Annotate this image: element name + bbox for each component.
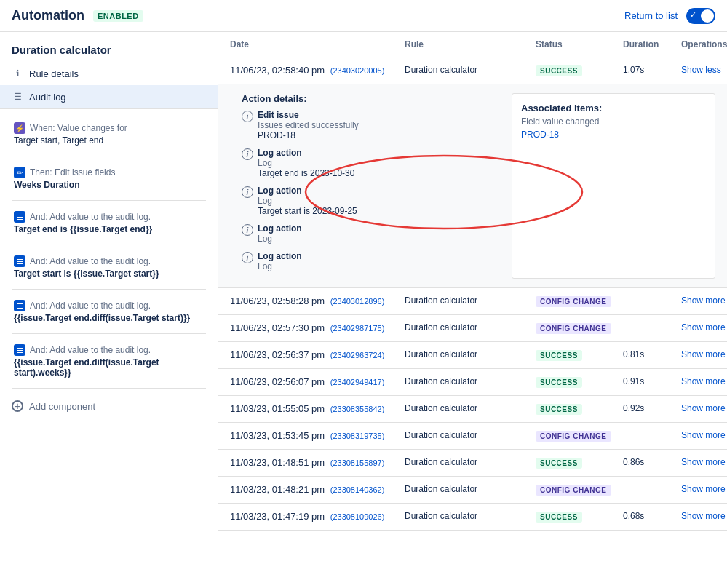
log-row-1-main[interactable]: 11/06/23, 02:58:28 pm (23403012896) Dura… [218, 288, 727, 314]
log-ops-6[interactable]: Show more [681, 430, 726, 440]
log-rule-3: Duration calculator [405, 349, 536, 359]
rule-action-label: Then: Edit issue fields [30, 167, 115, 178]
status-badge-7: SUCCESS [536, 458, 582, 469]
separator-2 [12, 200, 206, 201]
sidebar-header: Duration calculator [0, 32, 218, 62]
log-rule-2: Duration calculator [405, 322, 536, 333]
action-4-sub: Log [258, 261, 302, 271]
log-id-1: (23403012896) [330, 297, 385, 306]
sidebar-item-rule-details[interactable]: ℹ Rule details [0, 62, 218, 85]
log-row-8-main[interactable]: 11/03/23, 01:48:21 pm (23308140362) Dura… [218, 477, 727, 503]
log-row-0-main[interactable]: 11/06/23, 02:58:40 pm (23403020005) Dura… [218, 57, 727, 84]
log-rule-6: Duration calculator [405, 430, 536, 440]
audit-3-icon: ☰ [14, 300, 25, 311]
log-row-7-main[interactable]: 11/03/23, 01:48:51 pm (23308155897) Dura… [218, 450, 727, 476]
log-ops-3[interactable]: Show more [681, 349, 726, 359]
action-1-title: Log action [258, 148, 354, 158]
log-status-7: SUCCESS [536, 457, 623, 469]
log-ops-8[interactable]: Show more [681, 484, 726, 494]
log-row-3: 11/06/23, 02:56:37 pm (23402963724) Dura… [218, 342, 727, 369]
table-header: Date Rule Status Duration Operations [218, 32, 727, 57]
log-row-9-main[interactable]: 11/03/23, 01:47:19 pm (23308109026) Dura… [218, 504, 727, 530]
log-id-0: (23403020005) [330, 66, 385, 75]
log-status-3: SUCCESS [536, 349, 623, 361]
rule-audit-1-subtitle: Target end is {{issue.Target end}} [14, 224, 206, 234]
associated-link[interactable]: PROD-18 [521, 130, 706, 140]
log-rule-4: Duration calculator [405, 376, 536, 386]
log-ops-9[interactable]: Show more [681, 511, 726, 521]
rule-audit-4[interactable]: ☰ And: Add value to the audit log. {{iss… [0, 337, 218, 385]
action-1-sub: Log [258, 158, 354, 168]
log-date-1: 11/06/23, 02:58:28 pm (23403012896) [230, 295, 405, 306]
log-row-4-main[interactable]: 11/06/23, 02:56:07 pm (23402949417) Dura… [218, 369, 727, 395]
log-row-2-main[interactable]: 11/06/23, 02:57:30 pm (23402987175) Dura… [218, 315, 727, 341]
rule-audit-2-label: And: Add value to the audit log. [30, 256, 151, 266]
action-2-value: Target start is 2023-09-25 [258, 206, 357, 216]
log-row-1: 11/06/23, 02:58:28 pm (23403012896) Dura… [218, 288, 727, 315]
log-ops-5[interactable]: Show more [681, 403, 726, 413]
log-id-4: (23402949417) [330, 378, 385, 386]
log-ops-0[interactable]: Show less [681, 65, 721, 75]
enabled-toggle[interactable]: ✓ [686, 8, 715, 24]
top-bar: Automation ENABLED Return to list ✓ [0, 0, 727, 32]
col-duration: Duration [623, 39, 681, 49]
audit-2-icon: ☰ [14, 255, 25, 267]
log-row-4: 11/06/23, 02:56:07 pm (23402949417) Dura… [218, 369, 727, 396]
log-ops-4[interactable]: Show more [681, 376, 726, 386]
rule-audit-3[interactable]: ☰ And: Add value to the audit log. {{iss… [0, 293, 218, 330]
rule-audit-3-label: And: Add value to the audit log. [30, 301, 151, 311]
log-duration-9: 0.68s [623, 511, 681, 521]
collapsed-rows: 11/06/23, 02:58:28 pm (23403012896) Dura… [218, 288, 727, 531]
log-status-1: CONFIG CHANGE [536, 295, 623, 307]
log-row-5-main[interactable]: 11/03/23, 01:55:05 pm (23308355842) Dura… [218, 396, 727, 422]
log-id-5: (23308355842) [330, 405, 385, 413]
rule-trigger-subtitle: Target start, Target end [14, 135, 206, 146]
log-ops-7[interactable]: Show more [681, 457, 726, 467]
audit-4-icon: ☰ [14, 344, 25, 356]
action-0-title: Edit issue [258, 110, 359, 120]
detail-action-0: i Edit issue Issues edited successfully … [242, 110, 503, 140]
log-row-3-main[interactable]: 11/06/23, 02:56:37 pm (23402963724) Dura… [218, 342, 727, 368]
trigger-icon: ⚡ [14, 122, 25, 134]
add-component-button[interactable]: + Add component [0, 392, 218, 421]
return-to-list-link[interactable]: Return to list [624, 10, 678, 21]
log-duration-3: 0.81s [623, 349, 681, 359]
rule-audit-1-label: And: Add value to the audit log. [30, 212, 151, 222]
col-rule: Rule [405, 39, 536, 49]
info-icon-1: i [242, 148, 253, 160]
log-status-5: SUCCESS [536, 403, 623, 415]
log-row-6: 11/03/23, 01:53:45 pm (23308319735) Dura… [218, 423, 727, 450]
rule-audit-2[interactable]: ☰ And: Add value to the audit log. Targe… [0, 248, 218, 286]
sidebar-nav: ℹ Rule details ☰ Audit log [0, 62, 218, 109]
main-layout: Duration calculator ℹ Rule details ☰ Aud… [0, 32, 727, 588]
log-status-0: SUCCESS [536, 65, 623, 76]
log-date-8: 11/03/23, 01:48:21 pm (23308140362) [230, 484, 405, 495]
sidebar-item-audit-log[interactable]: ☰ Audit log [0, 85, 218, 108]
detail-action-3: i Log action Log [242, 223, 503, 244]
log-date-7: 11/03/23, 01:48:51 pm (23308155897) [230, 457, 405, 468]
log-date-4: 11/06/23, 02:56:07 pm (23402949417) [230, 376, 405, 387]
log-duration-5: 0.92s [623, 403, 681, 413]
info-icon-4: i [242, 252, 253, 263]
log-ops-1[interactable]: Show more [681, 295, 726, 306]
action-3-sub: Log [258, 234, 302, 244]
enabled-badge: ENABLED [93, 10, 143, 22]
log-status-6: CONFIG CHANGE [536, 430, 623, 442]
audit-1-icon: ☰ [14, 211, 25, 223]
rule-audit-1[interactable]: ☰ And: Add value to the audit log. Targe… [0, 204, 218, 242]
status-badge-9: SUCCESS [536, 512, 582, 523]
detail-action-1: i Log action Log Target end is 2023-10-3… [242, 148, 503, 178]
log-row-6-main[interactable]: 11/03/23, 01:53:45 pm (23308319735) Dura… [218, 423, 727, 449]
detail-action-4: i Log action Log [242, 251, 503, 271]
action-2-title: Log action [258, 186, 357, 196]
status-badge-8: CONFIG CHANGE [536, 485, 611, 496]
status-badge-0: SUCCESS [536, 65, 582, 76]
rule-action[interactable]: ✏ Then: Edit issue fields Weeks Duration [0, 159, 218, 197]
rule-trigger[interactable]: ⚡ When: Value changes for Target start, … [0, 115, 218, 153]
col-date: Date [230, 39, 405, 49]
log-rule-0: Duration calculator [405, 65, 536, 75]
separator-3 [12, 245, 206, 245]
log-rule-8: Duration calculator [405, 484, 536, 494]
log-ops-2[interactable]: Show more [681, 322, 726, 333]
log-rule-7: Duration calculator [405, 457, 536, 467]
